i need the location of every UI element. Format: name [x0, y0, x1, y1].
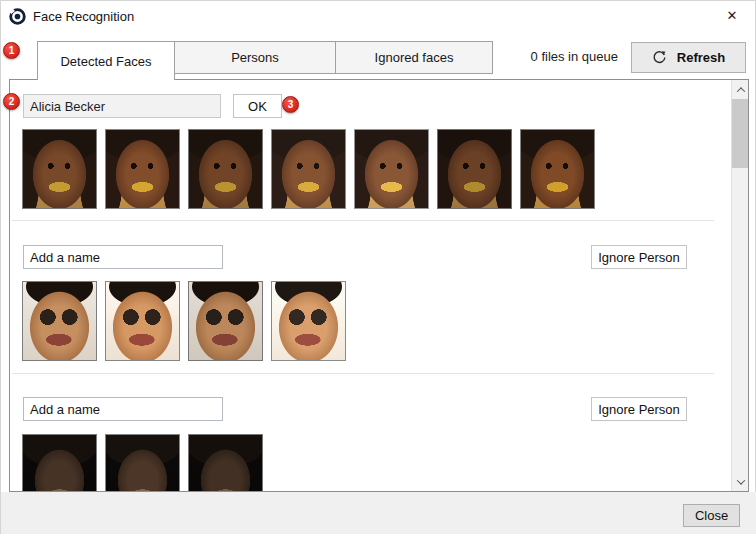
face-thumbnail-row [22, 129, 731, 209]
person-group-header: Ignore Person [23, 397, 687, 421]
face-thumbnail-woman-gold-makeup[interactable] [105, 129, 180, 209]
group-divider [12, 373, 714, 374]
face-thumbnail-man-with-glasses[interactable] [188, 281, 263, 361]
face-thumbnail-woman-low-light[interactable] [22, 434, 97, 492]
scrollbar-thumb[interactable] [732, 99, 749, 168]
window-title: Face Recognition [33, 9, 134, 24]
person-name-input[interactable] [23, 94, 221, 118]
title-bar: Face Recognition ✕ [1, 1, 755, 31]
chevron-down-icon[interactable] [732, 473, 749, 490]
close-icon[interactable]: ✕ [717, 1, 747, 29]
annotation-badge-3: 3 [282, 96, 299, 113]
person-name-input[interactable] [23, 397, 223, 421]
app-logo-target-circle-icon [9, 8, 26, 25]
queue-status-text: 0 files in queue [531, 49, 618, 64]
refresh-icon [652, 50, 667, 65]
tab-detected-faces[interactable]: Detected Faces [37, 41, 175, 80]
refresh-button-label: Refresh [677, 50, 725, 65]
face-thumbnail-woman-low-light[interactable] [188, 434, 263, 492]
dialog-footer: Close [1, 492, 756, 534]
ignore-person-button[interactable]: Ignore Person [591, 397, 687, 421]
face-thumbnail-man-with-glasses[interactable] [22, 281, 97, 361]
face-thumbnail-row [22, 281, 731, 361]
face-thumbnail-woman-gold-makeup[interactable] [188, 129, 263, 209]
group-divider [12, 220, 714, 221]
face-recognition-dialog: Face Recognition ✕ Detected Faces Person… [0, 0, 756, 534]
face-thumbnail-woman-gold-makeup[interactable] [271, 129, 346, 209]
face-thumbnail-woman-gold-makeup[interactable] [354, 129, 429, 209]
tab-persons[interactable]: Persons [175, 41, 336, 74]
tab-ignored-faces[interactable]: Ignored faces [336, 41, 493, 74]
ignore-person-button[interactable]: Ignore Person [591, 245, 687, 269]
face-thumbnail-woman-gold-makeup[interactable] [520, 129, 595, 209]
tab-bar: Detected Faces Persons Ignored faces 0 f… [1, 41, 755, 75]
face-thumbnail-woman-low-light[interactable] [105, 434, 180, 492]
face-thumbnail-woman-gold-makeup[interactable] [22, 129, 97, 209]
face-thumbnail-man-with-glasses[interactable] [271, 281, 346, 361]
detected-faces-panel: OK Ignore Person Ignore Person [9, 79, 749, 492]
close-button[interactable]: Close [683, 504, 740, 527]
face-thumbnail-man-with-glasses[interactable] [105, 281, 180, 361]
chevron-up-icon[interactable] [732, 81, 749, 98]
annotation-badge-2: 2 [3, 93, 20, 110]
person-group-header: Ignore Person [23, 245, 687, 269]
refresh-button[interactable]: Refresh [631, 42, 746, 73]
person-name-input[interactable] [23, 245, 223, 269]
face-thumbnail-woman-gold-makeup[interactable] [437, 129, 512, 209]
vertical-scrollbar[interactable] [731, 80, 748, 491]
person-group-header: OK [23, 94, 731, 118]
face-thumbnail-row [22, 434, 731, 492]
ok-button[interactable]: OK [233, 94, 282, 118]
annotation-badge-1: 1 [3, 42, 20, 59]
